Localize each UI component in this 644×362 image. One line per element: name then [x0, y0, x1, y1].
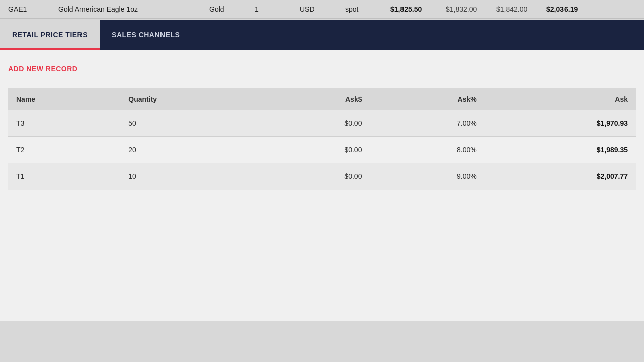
- product-price-type: spot: [345, 5, 390, 13]
- product-sku: GAE1: [8, 5, 58, 13]
- col-header-ask-dollar: Ask$: [263, 88, 370, 110]
- tab-navigation: RETAIL PRICE TIERS SALES CHANNELS: [0, 20, 644, 50]
- cell-name: T1: [8, 163, 120, 190]
- table-row[interactable]: T220$0.008.00%$1,989.35: [8, 137, 636, 163]
- tab-sales-channels[interactable]: SALES CHANNELS: [100, 20, 192, 50]
- product-quantity: 1: [255, 5, 300, 13]
- product-price3: $1,842.00: [496, 5, 546, 13]
- col-header-ask: Ask: [485, 88, 636, 110]
- product-price2: $1,832.00: [446, 5, 496, 13]
- main-content: ADD NEW RECORD Name Quantity Ask$ Ask% A…: [0, 50, 644, 321]
- col-header-name: Name: [8, 88, 120, 110]
- cell-ask: $1,970.93: [485, 110, 636, 137]
- cell-quantity: 10: [120, 163, 263, 190]
- table-row[interactable]: T110$0.009.00%$2,007.77: [8, 163, 636, 190]
- cell-ask-percent: 7.00%: [370, 110, 485, 137]
- cell-ask: $2,007.77: [485, 163, 636, 190]
- cell-quantity: 50: [120, 110, 263, 137]
- table-row[interactable]: T350$0.007.00%$1,970.93: [8, 110, 636, 137]
- cell-ask-percent: 8.00%: [370, 137, 485, 163]
- cell-ask-percent: 9.00%: [370, 163, 485, 190]
- product-name: Gold American Eagle 1oz: [58, 5, 209, 13]
- product-currency: USD: [300, 5, 345, 13]
- price-tiers-table: Name Quantity Ask$ Ask% Ask T350$0.007.0…: [8, 88, 636, 190]
- col-header-ask-percent: Ask%: [370, 88, 485, 110]
- add-new-record-button[interactable]: ADD NEW RECORD: [8, 60, 636, 78]
- cell-ask-dollar: $0.00: [263, 163, 370, 190]
- cell-name: T3: [8, 110, 120, 137]
- cell-name: T2: [8, 137, 120, 163]
- cell-quantity: 20: [120, 137, 263, 163]
- cell-ask-dollar: $0.00: [263, 137, 370, 163]
- product-bar: GAE1 Gold American Eagle 1oz Gold 1 USD …: [0, 0, 644, 19]
- tab-retail-price-tiers[interactable]: RETAIL PRICE TIERS: [0, 20, 100, 50]
- table-header-row: Name Quantity Ask$ Ask% Ask: [8, 88, 636, 110]
- cell-ask: $1,989.35: [485, 137, 636, 163]
- product-metal: Gold: [209, 5, 255, 13]
- col-header-quantity: Quantity: [120, 88, 263, 110]
- cell-ask-dollar: $0.00: [263, 110, 370, 137]
- product-price4: $2,036.19: [546, 5, 578, 13]
- product-price1: $1,825.50: [390, 5, 446, 13]
